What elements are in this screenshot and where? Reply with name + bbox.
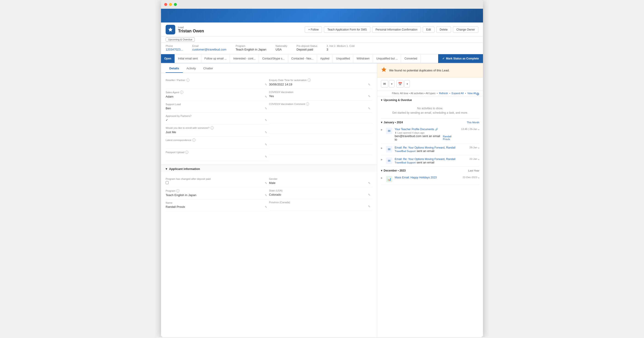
- field-covid-vax: COVID19 Vaccination Yes ✎: [269, 89, 372, 101]
- activity-title-3[interactable]: Email: Re: Your Options Moving Forward, …: [395, 158, 467, 161]
- activity-title-4[interactable]: Mass Email: Happy Holidays 2023: [395, 176, 460, 179]
- field-covid-vax-label: COVID19 Vaccination: [269, 91, 372, 93]
- expand-icon-4[interactable]: ▶: [381, 176, 384, 179]
- edit-icon-15[interactable]: ✎: [368, 193, 370, 196]
- activity-title-text-3: Email: Re: Your Options Moving Forward, …: [395, 158, 456, 161]
- meta-sender-3[interactable]: TravelBud Support: [395, 161, 416, 164]
- nationality-field: Nationality USA: [276, 44, 287, 51]
- edit-icon-2[interactable]: ✎: [265, 95, 267, 99]
- edit-icon-14[interactable]: ✎: [368, 181, 370, 185]
- upcoming-overdue-header[interactable]: ▾ Upcoming & Overdue: [381, 96, 479, 103]
- edit-icon-7[interactable]: ✎: [265, 155, 267, 159]
- field-empty-2: [269, 123, 372, 134]
- activity-title-2[interactable]: Email: Re: Your Options Moving Forward, …: [395, 146, 467, 149]
- edit-button[interactable]: Edit: [423, 26, 434, 33]
- tab-activity[interactable]: Activity: [183, 63, 200, 73]
- follow-button[interactable]: + Follow: [305, 26, 322, 33]
- activity-item-options-1[interactable]: ▶ ✉ Email: Re: Your Options Moving Forwa…: [381, 144, 479, 155]
- info-icon-3[interactable]: i: [210, 126, 214, 130]
- pipeline-step-contacted[interactable]: Contacted - Nex...: [288, 54, 317, 63]
- pipeline-step-skype[interactable]: Contact/Skype s...: [259, 54, 288, 63]
- info-icon-6[interactable]: i: [308, 79, 311, 82]
- edit-icon[interactable]: ✎: [265, 83, 267, 86]
- activity-item-mass-email[interactable]: ▶ 📊 Mass Email: Happy Holidays 2023 22-D…: [381, 173, 479, 185]
- applicant-section-header[interactable]: ▾ Applicant information: [161, 165, 377, 172]
- info-icon-4[interactable]: i: [192, 139, 196, 142]
- meta-recipient-1[interactable]: Randall Proulx: [443, 135, 458, 141]
- change-owner-button[interactable]: Change Owner: [453, 26, 478, 33]
- edit-icon-13[interactable]: ✎: [265, 205, 267, 209]
- edit-icon-10[interactable]: ✎: [368, 107, 370, 110]
- edit-icon-16[interactable]: ✎: [368, 205, 370, 208]
- pipeline-step-interested[interactable]: Interested - cont...: [230, 54, 259, 63]
- email-dropdown-button[interactable]: ▾: [389, 80, 394, 87]
- info-icon-7[interactable]: i: [306, 102, 309, 106]
- field-province-label: Province (Canada): [269, 201, 372, 204]
- program-changed-checkbox[interactable]: [166, 181, 168, 184]
- close-button[interactable]: [164, 3, 167, 6]
- tab-details[interactable]: Details: [166, 63, 183, 73]
- this-month-badge: This Month: [467, 121, 479, 124]
- pipeline-step-unqualified-but[interactable]: Unqualified but ...: [373, 54, 401, 63]
- calendar-button[interactable]: 📅: [396, 80, 404, 87]
- mark-complete-button[interactable]: ✓ Mark Status as Complete: [438, 54, 483, 63]
- pipeline-step-open[interactable]: Open: [161, 54, 175, 63]
- activity-item-options-2[interactable]: ▶ ✉ Email: Re: Your Options Moving Forwa…: [381, 155, 479, 167]
- pipeline-step-applied[interactable]: Applied: [317, 54, 333, 63]
- edit-icon-3[interactable]: ✎: [265, 107, 267, 110]
- field-approved-label: Approved by Partners?: [166, 115, 269, 117]
- pipeline-step-converted[interactable]: Converted: [401, 54, 420, 63]
- fullscreen-button[interactable]: [174, 3, 177, 6]
- expand-all-link[interactable]: Expand All: [452, 92, 464, 95]
- tabs: Details Activity Chatter: [161, 63, 377, 73]
- edit-icon-5[interactable]: ✎: [265, 131, 267, 134]
- info-icon-8[interactable]: i: [176, 189, 180, 192]
- edit-icon-9[interactable]: ✎: [368, 95, 370, 98]
- field-program-app-label: Program i: [166, 189, 269, 192]
- december-2023-header[interactable]: ▾ December • 2023 Last Year: [381, 167, 479, 173]
- activity-dropdown-2[interactable]: ▾: [478, 147, 479, 149]
- activity-title-text-4: Mass Email: Happy Holidays 2023: [395, 176, 437, 179]
- january-2024-header[interactable]: ▾ January • 2024 This Month: [381, 119, 479, 125]
- activity-meta-3: TravelBud Support sent an email: [395, 161, 467, 164]
- info-icon[interactable]: i: [186, 79, 190, 82]
- activity-dropdown-1[interactable]: ▾: [478, 128, 479, 131]
- delete-button[interactable]: Delete: [436, 26, 451, 33]
- pipeline-step-initial-email[interactable]: Initial email sent: [175, 54, 201, 63]
- edit-icon-8[interactable]: ✎: [368, 83, 370, 86]
- minimize-button[interactable]: [169, 3, 172, 6]
- calendar-dropdown-button[interactable]: ▾: [404, 80, 410, 87]
- phone-value[interactable]: 120347023...: [166, 48, 183, 51]
- pipeline-step-unqualified[interactable]: Unqualified: [333, 54, 353, 63]
- duplicate-icon: [381, 67, 387, 74]
- expand-icon-3[interactable]: ▶: [381, 158, 384, 161]
- field-support-lead: Support Lead Ben ✎: [166, 101, 269, 113]
- field-enquiry-value: 30/06/2022 14:19: [269, 83, 372, 87]
- teach-app-button[interactable]: Teach Application Form for SMS: [324, 26, 370, 33]
- gear-icon[interactable]: ⚙: [476, 92, 479, 96]
- edit-icon-12[interactable]: ✎: [265, 193, 267, 197]
- info-icon-5[interactable]: i: [185, 151, 188, 154]
- activity-dropdown-4[interactable]: ▾: [478, 176, 479, 179]
- activity-item-teacher-profile[interactable]: ▶ ✉ Your Teacher Profile Documents 🔗 ⬇ L…: [381, 125, 479, 144]
- edit-icon-6[interactable]: ✎: [265, 143, 267, 146]
- predeposit-value: Deposit paid: [296, 48, 313, 51]
- pipeline-step-followup[interactable]: Follow up email ...: [201, 54, 230, 63]
- field-name-label: Name: [166, 201, 269, 204]
- view-all-link[interactable]: View All: [467, 92, 476, 95]
- meta-sender-2[interactable]: TravelBud Support: [395, 150, 416, 153]
- field-enroll: Would you like to enroll with someone? i…: [166, 125, 269, 137]
- tab-chatter[interactable]: Chatter: [200, 63, 217, 73]
- expand-icon-1[interactable]: ▶: [381, 128, 384, 131]
- expand-icon-2[interactable]: ▶: [381, 147, 384, 149]
- info-icon-2[interactable]: i: [180, 91, 183, 94]
- pipeline-step-withdrawn[interactable]: Withdrawn: [353, 54, 373, 63]
- email-value[interactable]: customer@travelbud.com: [192, 48, 226, 51]
- edit-icon-4[interactable]: ✎: [265, 119, 267, 122]
- personal-info-button[interactable]: Personal Information Confirmation: [372, 26, 421, 33]
- refresh-link[interactable]: Refresh: [439, 92, 448, 95]
- activity-title-1[interactable]: Your Teacher Profile Documents 🔗: [395, 128, 459, 131]
- activity-dropdown-3[interactable]: ▾: [478, 158, 479, 161]
- edit-icon-11[interactable]: ✎: [265, 181, 267, 185]
- email-compose-button[interactable]: ✉: [381, 80, 388, 87]
